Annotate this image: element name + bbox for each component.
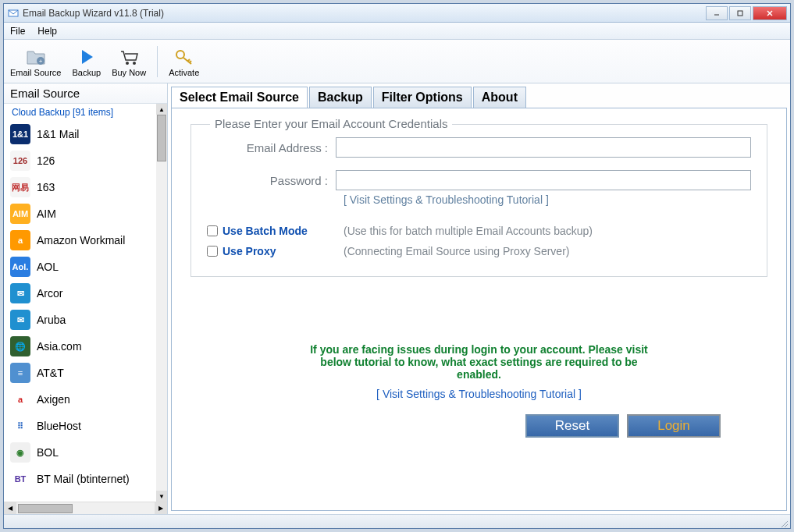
- credentials-fieldset: Please Enter your Email Account Credenti…: [190, 124, 767, 277]
- source-label: BOL: [37, 446, 59, 459]
- cloud-backup-header[interactable]: Cloud Backup [91 items]: [4, 104, 156, 121]
- source-item[interactable]: aAxigen: [4, 386, 156, 413]
- tab-filter-options[interactable]: Filter Options: [373, 87, 472, 108]
- source-label: 126: [37, 154, 55, 167]
- proxy-checkbox[interactable]: [207, 246, 218, 257]
- source-icon: ✉: [10, 283, 30, 303]
- minimize-button[interactable]: [706, 6, 728, 20]
- app-window: Email Backup Wizard v11.8 (Trial) File H…: [3, 3, 791, 529]
- source-item[interactable]: 网易163: [4, 174, 156, 200]
- tutorial-link-top[interactable]: [ Visit Settings & Troubleshooting Tutor…: [344, 193, 751, 206]
- source-label: Amazon Workmail: [37, 234, 125, 246]
- proxy-label: Use Proxy: [223, 245, 344, 257]
- tab-about[interactable]: About: [473, 87, 526, 108]
- window-title: Email Backup Wizard v11.8 (Trial): [23, 8, 706, 19]
- source-item[interactable]: 1&11&1 Mail: [4, 121, 156, 147]
- tab-panel: Please Enter your Email Account Credenti…: [171, 108, 787, 511]
- scroll-down-icon[interactable]: ▼: [156, 491, 167, 502]
- svg-point-8: [133, 62, 136, 65]
- scroll-thumb[interactable]: [157, 115, 166, 161]
- source-icon: a: [10, 389, 30, 410]
- batch-mode-label: Use Batch Mode: [223, 225, 344, 237]
- maximize-button[interactable]: [729, 6, 751, 20]
- source-label: 1&1 Mail: [37, 128, 79, 140]
- hscroll-thumb[interactable]: [18, 504, 73, 513]
- window-controls: [706, 6, 787, 20]
- source-item[interactable]: ✉Arcor: [4, 280, 156, 307]
- scroll-right-icon[interactable]: ▶: [155, 502, 167, 514]
- proxy-hint: (Connecting Email Source using Proxy Ser…: [344, 245, 569, 257]
- menu-help[interactable]: Help: [37, 26, 57, 37]
- source-icon: Aol.: [10, 257, 30, 277]
- source-icon: ≡: [10, 363, 30, 383]
- svg-point-7: [126, 62, 129, 65]
- svg-point-9: [176, 51, 184, 59]
- scroll-left-icon[interactable]: ◀: [4, 502, 16, 514]
- toolbar-backup[interactable]: Backup: [72, 46, 101, 77]
- source-label: 163: [37, 181, 55, 193]
- password-input[interactable]: [336, 170, 751, 190]
- titlebar: Email Backup Wizard v11.8 (Trial): [4, 4, 790, 23]
- menu-file[interactable]: File: [10, 26, 25, 37]
- source-item[interactable]: ✉Aruba: [4, 307, 156, 333]
- app-icon: [7, 7, 20, 20]
- source-label: AIM: [37, 207, 56, 220]
- toolbar: + Email Source Backup Buy Now Activate: [4, 40, 790, 83]
- horizontal-scrollbar[interactable]: ◀ ▶: [4, 502, 167, 514]
- sidebar-header: Email Source: [4, 83, 167, 104]
- source-icon: a: [10, 230, 30, 250]
- source-label: Axigen: [37, 393, 70, 406]
- toolbar-email-source[interactable]: + Email Source: [10, 46, 61, 77]
- source-item[interactable]: aAmazon Workmail: [4, 227, 156, 254]
- tab-select-source[interactable]: Select Email Source: [171, 87, 308, 108]
- source-icon: ✉: [10, 310, 30, 330]
- source-item[interactable]: AIMAIM: [4, 200, 156, 227]
- source-item[interactable]: 🌐Asia.com: [4, 333, 156, 360]
- source-label: Arcor: [37, 287, 62, 300]
- source-label: AOL: [37, 261, 59, 273]
- source-item[interactable]: ◉BOL: [4, 439, 156, 466]
- menubar: File Help: [4, 23, 790, 40]
- login-button[interactable]: Login: [627, 414, 721, 438]
- tab-backup[interactable]: Backup: [309, 87, 372, 108]
- source-label: Asia.com: [37, 340, 82, 353]
- batch-mode-hint: (Use this for batch multiple Email Accou…: [344, 225, 593, 237]
- svg-text:+: +: [38, 58, 42, 65]
- email-label: Email Address :: [207, 141, 336, 154]
- source-label: BlueHost: [37, 420, 81, 432]
- resize-grip[interactable]: [779, 517, 789, 527]
- close-button[interactable]: [753, 6, 787, 20]
- source-icon: 126: [10, 151, 30, 171]
- reset-button[interactable]: Reset: [525, 414, 619, 438]
- toolbar-buy-now[interactable]: Buy Now: [112, 46, 146, 77]
- key-icon: [173, 46, 195, 68]
- source-label: BT Mail (btinternet): [37, 473, 130, 485]
- vertical-scrollbar[interactable]: ▲ ▼: [156, 104, 167, 502]
- source-label: AT&T: [37, 367, 64, 379]
- source-icon: 1&1: [10, 124, 30, 144]
- sidebar: Email Source Cloud Backup [91 items] 1&1…: [4, 83, 168, 514]
- help-text: If you are facing issues during login to…: [300, 343, 659, 381]
- source-item[interactable]: 126126: [4, 147, 156, 174]
- tutorial-link-bottom[interactable]: [ Visit Settings & Troubleshooting Tutor…: [190, 388, 767, 400]
- source-icon: AIM: [10, 204, 30, 224]
- source-icon: ◉: [10, 442, 30, 463]
- scroll-up-icon[interactable]: ▲: [156, 104, 167, 115]
- source-label: Aruba: [37, 314, 66, 326]
- source-icon: ⠿: [10, 416, 30, 436]
- source-item[interactable]: Aol.AOL: [4, 254, 156, 280]
- toolbar-activate[interactable]: Activate: [169, 46, 199, 77]
- cart-icon: [118, 46, 140, 68]
- batch-mode-checkbox[interactable]: [207, 225, 218, 236]
- password-label: Password :: [207, 174, 336, 187]
- source-item[interactable]: ≡AT&T: [4, 360, 156, 386]
- source-item[interactable]: ⠿BlueHost: [4, 413, 156, 439]
- source-icon: BT: [10, 469, 30, 489]
- source-item[interactable]: BTBT Mail (btinternet): [4, 466, 156, 492]
- svg-rect-2: [738, 11, 742, 16]
- email-input[interactable]: [336, 137, 751, 158]
- source-icon: 🌐: [10, 336, 30, 356]
- main-area: Email Source Cloud Backup [91 items] 1&1…: [4, 83, 790, 514]
- button-row: Reset Login: [190, 414, 767, 438]
- folder-add-icon: +: [25, 46, 47, 68]
